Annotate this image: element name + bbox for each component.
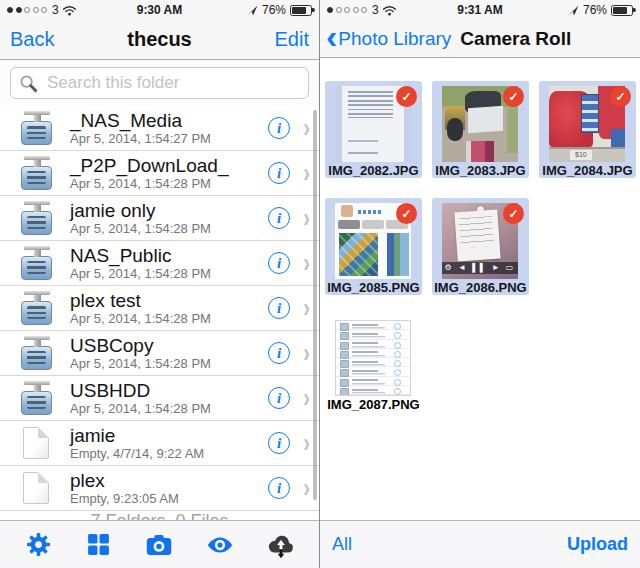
info-icon[interactable]: i [268, 387, 290, 409]
info-icon[interactable]: i [268, 252, 290, 274]
file-icon [20, 424, 55, 462]
photo-filename: IMG_2082.JPG [321, 163, 426, 178]
item-title: jamie only [70, 200, 268, 221]
back-chevron-icon[interactable]: ‹ [326, 21, 337, 51]
photo-cell-img-2086[interactable]: ⚙ ◄ ▌▌ ► ▭ ✓ IMG_2086.PNG [432, 198, 529, 295]
photo-cell-img-2082[interactable]: ✓ IMG_2082.JPG [325, 81, 422, 178]
list-row-nas-public[interactable]: NAS_PublicApr 5, 2014, 1:54:28 PM i › [0, 241, 319, 286]
photo-cell-img-2087[interactable]: ✓ IMG_2087.PNG [325, 315, 422, 412]
bottom-toolbar [0, 520, 319, 568]
item-title: USBHDD [70, 380, 268, 401]
edit-button[interactable]: Edit [275, 28, 309, 51]
item-date: Apr 5, 2014, 1:54:28 PM [70, 221, 268, 236]
chevron-right-icon: › [303, 288, 310, 328]
item-date: Empty, 4/7/14, 9:22 AM [70, 446, 268, 461]
list-row-plex-file[interactable]: plexEmpty, 9:23:05 AM i › [0, 466, 319, 511]
list-row-plex-test[interactable]: plex testApr 5, 2014, 1:54:28 PM i › [0, 286, 319, 331]
battery-icon [611, 5, 633, 16]
search-input[interactable] [10, 67, 309, 99]
list-row-nas-media[interactable]: _NAS_MediaApr 5, 2014, 1:54:27 PM i › [0, 106, 319, 151]
photo-filename: IMG_2083.JPG [428, 163, 533, 178]
folder-list: _NAS_MediaApr 5, 2014, 1:54:27 PM i › _P… [0, 106, 319, 511]
settings-gear-icon[interactable] [23, 530, 53, 560]
camera-icon[interactable] [144, 530, 174, 560]
item-title: NAS_Public [70, 245, 268, 266]
item-date: Empty, 9:23:05 AM [70, 491, 268, 506]
chevron-right-icon: › [303, 243, 310, 283]
photo-cell-img-2085[interactable]: ✓ IMG_2085.PNG [325, 198, 422, 295]
scrollbar[interactable] [313, 110, 317, 500]
list-row-jamie-file[interactable]: jamieEmpty, 4/7/14, 9:22 AM i › [0, 421, 319, 466]
info-icon[interactable]: i [268, 162, 290, 184]
info-icon[interactable]: i [268, 207, 290, 229]
item-date: Apr 5, 2014, 1:54:27 PM [70, 131, 268, 146]
cloud-upload-icon[interactable] [266, 530, 296, 560]
chevron-right-icon: › [303, 468, 310, 508]
photo-cell-img-2084[interactable]: $10 ✓ IMG_2084.JPG [539, 81, 636, 178]
nav-bar-left: thecus Back Edit [0, 20, 319, 60]
price-tag: $10 [570, 150, 591, 160]
nas-folder-icon [20, 289, 55, 327]
selected-check-icon: ✓ [503, 203, 524, 224]
nas-folder-icon [20, 379, 55, 417]
item-title: jamie [70, 425, 268, 446]
back-button[interactable]: Back [10, 28, 54, 51]
select-all-button[interactable]: All [332, 534, 352, 555]
chevron-right-icon: › [303, 198, 310, 238]
nas-folder-icon [20, 244, 55, 282]
status-bar-right: 3 9:31 AM 76% [320, 0, 640, 20]
chevron-right-icon: › [303, 153, 310, 193]
status-bar-left: 3 9:30 AM 76% [0, 0, 319, 20]
item-date: Apr 5, 2014, 1:54:28 PM [70, 311, 268, 326]
clock: 9:31 AM [320, 3, 640, 17]
item-date: Apr 5, 2014, 1:54:28 PM [70, 401, 268, 416]
item-date: Apr 5, 2014, 1:54:28 PM [70, 356, 268, 371]
nas-folder-icon [20, 199, 55, 237]
upload-button[interactable]: Upload [567, 534, 628, 555]
info-icon[interactable]: i [268, 432, 290, 454]
item-title: plex test [70, 290, 268, 311]
photo-library-back-button[interactable]: Photo Library [338, 28, 451, 50]
list-row-usbhdd[interactable]: USBHDDApr 5, 2014, 1:54:28 PM i › [0, 376, 319, 421]
search-icon [19, 74, 38, 93]
item-date: Apr 5, 2014, 1:54:28 PM [70, 266, 268, 281]
info-icon[interactable]: i [268, 117, 290, 139]
chevron-right-icon: › [303, 333, 310, 373]
selected-check-icon: ✓ [396, 86, 417, 107]
item-title: _NAS_Media [70, 110, 268, 131]
clock: 9:30 AM [0, 3, 319, 17]
chevron-right-icon: › [303, 423, 310, 463]
photo-cell-img-2083[interactable]: ✓ IMG_2083.JPG [432, 81, 529, 178]
browse-grid-icon[interactable] [84, 530, 114, 560]
chevron-right-icon: › [303, 378, 310, 418]
selected-check-icon: ✓ [396, 203, 417, 224]
file-icon [20, 469, 55, 507]
list-row-p2p-download[interactable]: _P2P_DownLoad_Apr 5, 2014, 1:54:28 PM i … [0, 151, 319, 196]
info-icon[interactable]: i [268, 297, 290, 319]
list-row-usbcopy[interactable]: USBCopyApr 5, 2014, 1:54:28 PM i › [0, 331, 319, 376]
dual-screenshot: 3 9:30 AM 76% thecus Back Edit [0, 0, 640, 568]
info-icon[interactable]: i [268, 342, 290, 364]
photo-filename: IMG_2084.JPG [535, 163, 640, 178]
item-title: _P2P_DownLoad_ [70, 155, 268, 176]
player-controls-icons: ⚙ ◄ ▌▌ ► ▭ [442, 262, 518, 274]
chevron-right-icon: › [303, 108, 310, 148]
nas-folder-icon [20, 154, 55, 192]
item-date: Apr 5, 2014, 1:54:28 PM [70, 176, 268, 191]
nas-folder-icon [20, 109, 55, 147]
photo-filename: IMG_2086.PNG [428, 280, 533, 295]
file-browser-panel: 3 9:30 AM 76% thecus Back Edit [0, 0, 320, 568]
photo-filename: IMG_2087.PNG [321, 397, 426, 412]
view-eye-icon[interactable] [205, 530, 235, 560]
search-bar-container [0, 60, 319, 106]
info-icon[interactable]: i [268, 477, 290, 499]
battery-icon [290, 5, 312, 16]
item-title: USBCopy [70, 335, 268, 356]
nav-bar-right: ‹ Photo Library Camera Roll [320, 20, 640, 58]
list-row-jamie-only[interactable]: jamie onlyApr 5, 2014, 1:54:28 PM i › [0, 196, 319, 241]
selected-check-icon: ✓ [610, 86, 631, 107]
photo-thumbnail-filelist [335, 320, 411, 396]
photo-filename: IMG_2085.PNG [321, 280, 426, 295]
selected-check-icon: ✓ [503, 86, 524, 107]
nas-folder-icon [20, 334, 55, 372]
